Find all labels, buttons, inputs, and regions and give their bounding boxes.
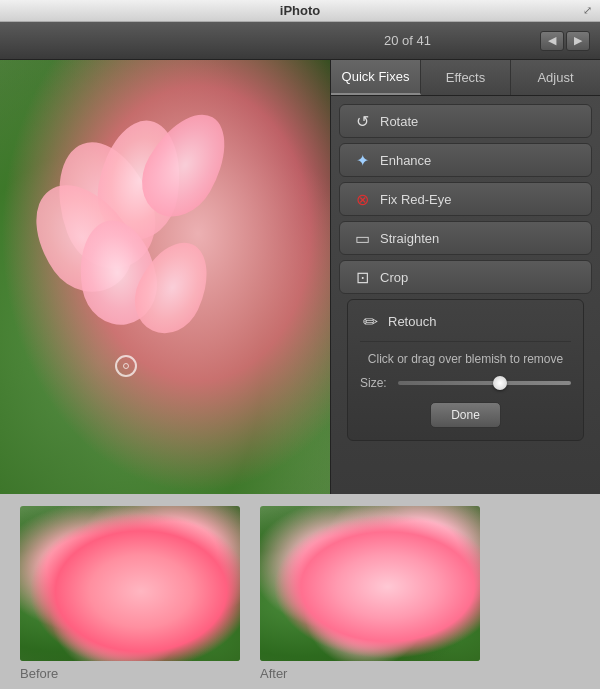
straighten-icon: ▭ bbox=[352, 228, 372, 248]
before-photo bbox=[20, 506, 240, 661]
after-photo bbox=[260, 506, 480, 661]
retouch-panel: ✏ Retouch Click or drag over blemish to … bbox=[347, 299, 584, 441]
crop-button[interactable]: ⊡ Crop bbox=[339, 260, 592, 294]
retouch-header: ✏ Retouch bbox=[360, 308, 571, 342]
title-bar: iPhoto ⤢ bbox=[0, 0, 600, 22]
photo-counter: 20 of 41 bbox=[275, 33, 540, 48]
next-button[interactable]: ▶ bbox=[566, 31, 590, 51]
tab-quick-fixes[interactable]: Quick Fixes bbox=[331, 60, 421, 95]
retouch-description: Click or drag over blemish to remove bbox=[360, 348, 571, 374]
rotate-icon: ↺ bbox=[352, 111, 372, 131]
nav-buttons: ◀ ▶ bbox=[540, 31, 590, 51]
main-photo bbox=[0, 60, 330, 494]
quick-fixes-panel: ↺ Rotate ✦ Enhance ⊗ Fix Red-Eye ▭ Strai… bbox=[331, 96, 600, 494]
app-container: 20 of 41 ◀ ▶ bbox=[0, 22, 600, 689]
after-item: After bbox=[260, 506, 480, 681]
after-label: After bbox=[260, 666, 287, 681]
size-row: Size: bbox=[360, 374, 571, 398]
expand-icon[interactable]: ⤢ bbox=[583, 4, 592, 17]
rotate-label: Rotate bbox=[380, 114, 418, 129]
fix-red-eye-label: Fix Red-Eye bbox=[380, 192, 452, 207]
fix-red-eye-button[interactable]: ⊗ Fix Red-Eye bbox=[339, 182, 592, 216]
after-photo-image bbox=[260, 506, 480, 661]
slider-thumb[interactable] bbox=[493, 376, 507, 390]
size-label: Size: bbox=[360, 376, 390, 390]
tab-effects[interactable]: Effects bbox=[421, 60, 511, 95]
retouch-icon: ✏ bbox=[360, 312, 380, 332]
done-button[interactable]: Done bbox=[430, 402, 501, 428]
straighten-label: Straighten bbox=[380, 231, 439, 246]
content-area: Quick Fixes Effects Adjust ↺ Rotate ✦ En… bbox=[0, 60, 600, 494]
app-title: iPhoto bbox=[280, 3, 320, 18]
tab-adjust[interactable]: Adjust bbox=[511, 60, 600, 95]
done-btn-container: Done bbox=[360, 398, 571, 432]
comparison-strip: Before After bbox=[0, 494, 600, 689]
before-photo-image bbox=[20, 506, 240, 661]
before-label: Before bbox=[20, 666, 58, 681]
enhance-label: Enhance bbox=[380, 153, 431, 168]
retouch-label: Retouch bbox=[388, 314, 436, 329]
prev-button[interactable]: ◀ bbox=[540, 31, 564, 51]
retouch-indicator bbox=[115, 355, 137, 377]
sidebar: Quick Fixes Effects Adjust ↺ Rotate ✦ En… bbox=[330, 60, 600, 494]
toolbar: 20 of 41 ◀ ▶ bbox=[0, 22, 600, 60]
photo-area[interactable] bbox=[0, 60, 330, 494]
enhance-button[interactable]: ✦ Enhance bbox=[339, 143, 592, 177]
crop-icon: ⊡ bbox=[352, 267, 372, 287]
rotate-button[interactable]: ↺ Rotate bbox=[339, 104, 592, 138]
size-slider[interactable] bbox=[398, 381, 571, 385]
fix-red-eye-icon: ⊗ bbox=[352, 189, 372, 209]
before-item: Before bbox=[20, 506, 240, 681]
crop-label: Crop bbox=[380, 270, 408, 285]
straighten-button[interactable]: ▭ Straighten bbox=[339, 221, 592, 255]
tab-bar: Quick Fixes Effects Adjust bbox=[331, 60, 600, 96]
enhance-icon: ✦ bbox=[352, 150, 372, 170]
